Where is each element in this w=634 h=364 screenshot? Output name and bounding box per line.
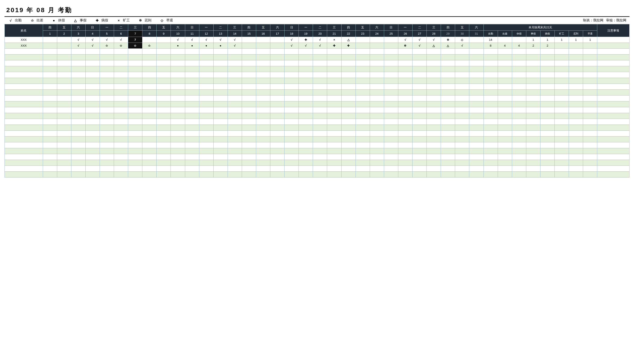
cell-day[interactable] bbox=[128, 148, 142, 154]
cell-day[interactable] bbox=[142, 148, 156, 154]
cell-day[interactable] bbox=[341, 90, 356, 96]
cell-day[interactable] bbox=[242, 60, 256, 66]
cell-day[interactable] bbox=[242, 113, 256, 119]
cell-day[interactable] bbox=[242, 125, 256, 131]
cell-day[interactable] bbox=[228, 113, 242, 119]
cell-day[interactable]: √ bbox=[213, 37, 228, 43]
cell-day[interactable] bbox=[412, 107, 427, 113]
cell-day[interactable] bbox=[86, 125, 100, 131]
cell-day[interactable] bbox=[142, 160, 156, 166]
cell-day[interactable] bbox=[228, 49, 242, 54]
cell-day[interactable] bbox=[384, 172, 398, 178]
cell-day[interactable] bbox=[370, 54, 384, 60]
cell-day[interactable] bbox=[370, 113, 384, 119]
cell-day[interactable] bbox=[327, 142, 341, 148]
cell-day[interactable] bbox=[284, 113, 299, 119]
cell-day[interactable] bbox=[270, 172, 284, 178]
cell-day[interactable] bbox=[370, 90, 384, 96]
cell-day[interactable] bbox=[57, 119, 71, 125]
cell-day[interactable] bbox=[284, 166, 299, 172]
cell-day[interactable] bbox=[86, 101, 100, 107]
cell-day[interactable] bbox=[455, 84, 469, 90]
cell-day[interactable] bbox=[228, 148, 242, 154]
cell-day[interactable] bbox=[341, 131, 356, 136]
cell-day[interactable] bbox=[455, 142, 469, 148]
cell-day[interactable] bbox=[114, 90, 128, 96]
cell-day[interactable] bbox=[242, 66, 256, 72]
cell-name[interactable] bbox=[5, 148, 43, 154]
cell-day[interactable] bbox=[313, 136, 327, 142]
cell-day[interactable] bbox=[270, 90, 284, 96]
cell-day[interactable] bbox=[469, 72, 484, 78]
cell-day[interactable] bbox=[356, 90, 370, 96]
cell-day[interactable] bbox=[213, 166, 228, 172]
cell-day[interactable] bbox=[313, 107, 327, 113]
cell-day[interactable] bbox=[356, 172, 370, 178]
cell-day[interactable] bbox=[171, 72, 185, 78]
cell-day[interactable] bbox=[142, 125, 156, 131]
cell-day[interactable] bbox=[313, 154, 327, 160]
cell-day[interactable] bbox=[356, 101, 370, 107]
cell-day[interactable] bbox=[199, 160, 213, 166]
cell-day[interactable] bbox=[213, 72, 228, 78]
cell-day[interactable] bbox=[43, 96, 57, 101]
cell-day[interactable] bbox=[156, 172, 171, 178]
cell-day[interactable] bbox=[142, 90, 156, 96]
cell-day[interactable] bbox=[213, 113, 228, 119]
cell-day[interactable] bbox=[128, 84, 142, 90]
cell-day[interactable] bbox=[284, 84, 299, 90]
cell-day[interactable] bbox=[356, 78, 370, 84]
cell-day[interactable] bbox=[313, 131, 327, 136]
cell-day[interactable] bbox=[341, 142, 356, 148]
cell-name[interactable] bbox=[5, 113, 43, 119]
cell-day[interactable] bbox=[299, 78, 313, 84]
cell-day[interactable] bbox=[43, 78, 57, 84]
cell-day[interactable]: √ bbox=[398, 37, 412, 43]
cell-day[interactable] bbox=[213, 119, 228, 125]
cell-day[interactable] bbox=[213, 96, 228, 101]
cell-day[interactable] bbox=[427, 84, 441, 90]
cell-day[interactable] bbox=[441, 90, 455, 96]
cell-day[interactable] bbox=[43, 172, 57, 178]
cell-day[interactable] bbox=[213, 142, 228, 148]
cell-day[interactable] bbox=[398, 107, 412, 113]
cell-day[interactable] bbox=[199, 154, 213, 160]
cell-day[interactable] bbox=[43, 154, 57, 160]
cell-day[interactable] bbox=[213, 49, 228, 54]
cell-note[interactable] bbox=[597, 113, 630, 119]
cell-day[interactable] bbox=[270, 107, 284, 113]
cell-day[interactable] bbox=[213, 101, 228, 107]
cell-day[interactable] bbox=[384, 60, 398, 66]
cell-day[interactable] bbox=[86, 131, 100, 136]
cell-day[interactable] bbox=[441, 136, 455, 142]
cell-day[interactable] bbox=[270, 148, 284, 154]
cell-day[interactable] bbox=[398, 148, 412, 154]
cell-day[interactable] bbox=[142, 107, 156, 113]
cell-day[interactable] bbox=[341, 136, 356, 142]
cell-day[interactable] bbox=[57, 107, 71, 113]
cell-day[interactable] bbox=[412, 84, 427, 90]
cell-day[interactable] bbox=[469, 172, 484, 178]
cell-day[interactable] bbox=[384, 101, 398, 107]
cell-day[interactable] bbox=[455, 172, 469, 178]
cell-day[interactable] bbox=[284, 125, 299, 131]
cell-day[interactable] bbox=[356, 119, 370, 125]
cell-day[interactable] bbox=[43, 125, 57, 131]
cell-day[interactable]: √ bbox=[86, 43, 100, 49]
cell-day[interactable] bbox=[185, 148, 199, 154]
col-day[interactable]: 15 bbox=[242, 31, 256, 37]
cell-day[interactable] bbox=[171, 160, 185, 166]
cell-day[interactable] bbox=[128, 49, 142, 54]
cell-day[interactable] bbox=[356, 136, 370, 142]
cell-day[interactable] bbox=[43, 90, 57, 96]
cell-day[interactable] bbox=[185, 113, 199, 119]
cell-day[interactable] bbox=[313, 66, 327, 72]
cell-day[interactable] bbox=[185, 142, 199, 148]
cell-day[interactable] bbox=[57, 172, 71, 178]
cell-day[interactable] bbox=[100, 131, 114, 136]
cell-day[interactable] bbox=[57, 136, 71, 142]
cell-day[interactable] bbox=[427, 166, 441, 172]
cell-day[interactable] bbox=[213, 90, 228, 96]
cell-day[interactable] bbox=[441, 96, 455, 101]
cell-day[interactable]: ☆ bbox=[114, 43, 128, 49]
